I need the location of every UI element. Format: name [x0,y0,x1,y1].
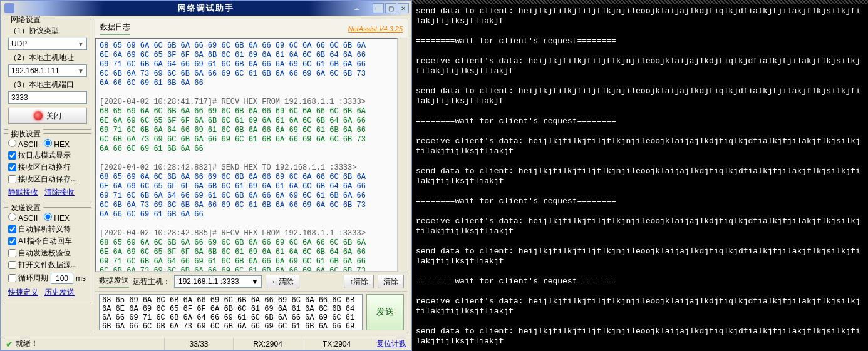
record-icon [34,111,43,120]
group-title: 接收设置 [8,129,43,140]
content-area: 数据日志 NetAssist V4.3.25 68 65 69 6A 6C 6B… [95,19,408,333]
cycle-unit: ms [76,274,86,283]
remote-host-combo[interactable]: 192.168.1.1 :3333 ▼ [174,275,262,288]
reset-count-link[interactable]: 复位计数 [371,338,411,349]
proto-combo[interactable]: UDP ▼ [8,38,87,50]
shortcut-def-link[interactable]: 快捷定义 [8,287,38,298]
status-count: 33/33 [165,337,234,350]
log-line: 6E 6A 69 6C 65 6F 6F 6A 6B 6C 61 69 6A 6… [100,116,393,126]
cycle-input[interactable] [51,273,73,284]
window-title: 网络调试助手 [178,3,234,14]
send-escape-check[interactable]: 自动解析转义符 [8,224,87,235]
history-send-link[interactable]: 历史发送 [44,287,75,298]
terminal-line [416,126,864,136]
log-line: 69 71 6C 6B 6A 64 66 69 61 6C 6B 6A 66 6… [100,191,393,201]
status-ready: 就绪！ [16,338,38,349]
log-line [100,220,393,229]
host-value: 192.168.1.111 [11,66,59,75]
terminal-titlebar [412,0,868,4]
scrollbar[interactable] [398,38,408,272]
terminal-line [416,237,864,247]
close-window-button[interactable]: ✕ [398,3,409,13]
send-atcr-check[interactable]: AT指令自动回车 [8,236,87,247]
terminal-line: send data to client: heijlkjfilkjfiljflk… [416,6,864,26]
close-connection-button[interactable]: 关闭 [8,108,87,124]
send-button[interactable]: 发送 [366,294,404,330]
terminal-line [416,347,864,351]
proto-value: UDP [11,39,27,48]
send-filedata-check[interactable]: 打开文件数据源... [8,260,87,270]
remote-value: 192.168.1.1 :3333 [178,277,239,286]
silent-recv-link[interactable]: 静默接收 [8,187,38,198]
send-title: 数据发送 [99,275,129,288]
terminal-line: send data to client: heijlkjfilkjfiljflk… [416,166,864,186]
terminal-line [416,76,864,86]
recv-autowrap-check[interactable]: 接收区自动换行 [8,162,87,173]
recv-autosave-check[interactable]: 接收区自动保存... [8,174,87,185]
group-title: 网络设置 [8,16,43,25]
clear-recv-link[interactable]: 清除接收 [44,187,75,198]
group-title: 发送设置 [8,203,43,213]
send-checksum-check[interactable]: 自动发送校验位 [8,248,87,258]
up-clear-button[interactable]: ↑ 清除 [344,275,374,288]
log-line: 69 71 6C 6B 6A 64 66 69 61 6C 6B 6A 66 6… [100,257,393,267]
log-title: 数据日志 [100,22,130,35]
chevron-down-icon: ▼ [251,277,259,286]
host-combo[interactable]: 192.168.1.111 ▼ [8,64,87,77]
log-line: 6A 66 6C 69 61 6B 6A 66 [100,145,393,154]
send-textarea[interactable] [99,294,363,330]
netassist-window: 网络调试助手 ⫠ — ▢ ✕ 网络设置 （1）协议类型 UDP ▼ （2）本地主… [0,0,412,351]
log-line: 6E 6A 69 6C 65 6F 6F 6A 6B 6C 61 69 6A 6… [100,51,393,60]
log-line [100,88,393,98]
version-link[interactable]: NetAssist V4.3.25 [348,25,403,33]
minimize-button[interactable]: — [373,3,384,13]
status-rx: RX:2904 [234,337,302,350]
log-line: 69 71 6C 6B 6A 64 66 69 61 6C 6B 6A 66 6… [100,126,393,135]
log-line: 6C 6B 6A 73 69 6C 6B 6A 66 69 6C 61 6B 6… [100,69,393,79]
pin-icon[interactable]: ⫠ [353,3,361,13]
log-line: 68 65 69 6A 6C 6B 6A 66 69 6C 6B 6A 66 6… [100,173,393,182]
clear-button[interactable]: 清除 [378,275,404,288]
port-label: （3）本地主机端口 [9,79,87,90]
send-hex-radio[interactable]: HEX [44,213,70,223]
log-line: 68 65 69 6A 6C 6B 6A 66 69 6C 6B 6A 66 6… [100,41,393,51]
titlebar[interactable]: 网络调试助手 ⫠ — ▢ ✕ [1,1,411,16]
log-line: [2020-04-02 10:28:41.717]# RECV HEX FROM… [100,98,393,107]
terminal-line: receive client's data: heijlkjfilkjfiljf… [416,56,864,76]
terminal-line: ========wait for client's request=======… [416,196,864,206]
send-ascii-radio[interactable]: ASCII [8,213,38,223]
recv-logmode-check[interactable]: 按日志模式显示 [8,150,87,161]
ready-icon: ✔ [6,339,13,349]
terminal-line: ========wait for client's request=======… [416,116,864,126]
terminal-line [416,106,864,116]
log-line: 6C 6B 6A 73 69 6C 6B 6A 66 69 6C 61 6B 6… [100,201,393,210]
chevron-down-icon: ▼ [78,68,84,74]
log-line: 6E 6A 69 6C 65 6F 6F 6A 6B 6C 61 69 6A 6… [100,182,393,191]
group-network-settings: 网络设置 （1）协议类型 UDP ▼ （2）本地主机地址 192.168.1.1… [4,19,91,130]
close-label: 关闭 [46,111,61,121]
recv-ascii-radio[interactable]: ASCII [8,139,38,149]
log-line: [2020-04-02 10:28:42.882]# SEND HEX TO 1… [100,163,393,173]
app-icon [4,3,14,13]
log-area[interactable]: 68 65 69 6A 6C 6B 6A 66 69 6C 6B 6A 66 6… [95,38,398,272]
terminal-line [416,317,864,327]
chevron-down-icon: ▼ [78,41,84,48]
terminal-line: ========wait for client's request=======… [416,36,864,46]
terminal-line: ========wait for client's request=======… [416,277,864,287]
arrow-clear-button[interactable]: ← 清除 [266,275,299,288]
group-recv-settings: 接收设置 ASCII HEX 按日志模式显示 接收区自动换行 接收区自动保存..… [4,133,91,203]
terminal-line [416,287,864,297]
terminal-line [416,206,864,216]
port-input[interactable] [8,91,87,104]
terminal-line: receive client's data: heijlkjfilkjfiljf… [416,216,864,237]
statusbar: ✔ 就绪！ 33/33 RX:2904 TX:2904 复位计数 [1,337,411,350]
cycle-check[interactable]: 循环周期 [8,273,48,283]
terminal-window[interactable]: send data to client: heijlkjfilkjfiljflk… [412,0,868,351]
log-line: 6C 6B 6A 73 69 6C 6B 6A 66 69 6C 61 6B 6… [100,267,393,272]
terminal-line: receive client's data: heijlkjfilkjfiljf… [416,136,864,156]
recv-hex-radio[interactable]: HEX [44,139,70,149]
group-send-settings: 发送设置 ASCII HEX 自动解析转义符 AT指令自动回车 自动发送校验位 … [4,207,91,303]
maximize-button[interactable]: ▢ [385,3,396,13]
terminal-line: send data to client: heijlkjfilkjfiljflk… [416,247,864,267]
terminal-line [416,267,864,277]
